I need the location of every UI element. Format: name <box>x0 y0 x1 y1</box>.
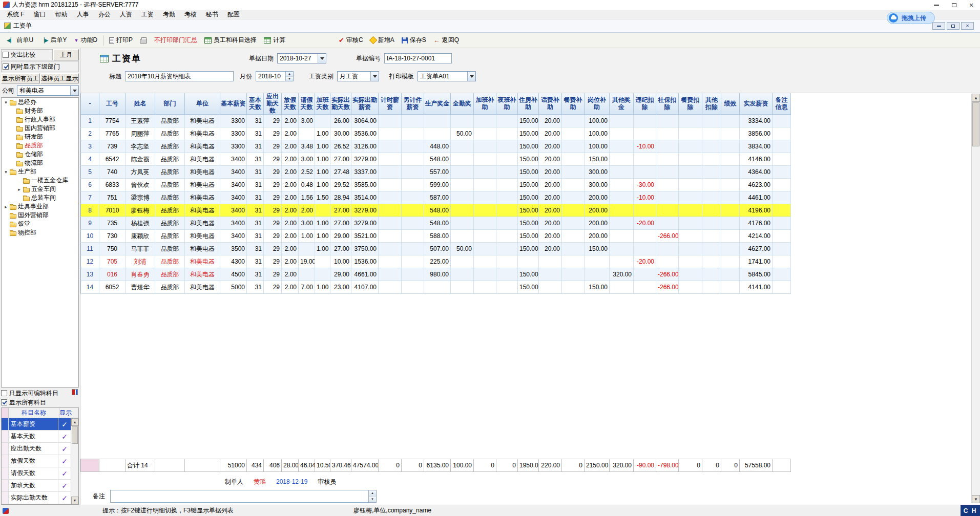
cell[interactable]: 品质部 <box>155 281 185 294</box>
cell[interactable] <box>379 255 402 268</box>
cell[interactable] <box>562 281 585 294</box>
cell[interactable]: 7765 <box>99 127 126 140</box>
cell[interactable]: 2.00 <box>282 230 299 243</box>
cell[interactable] <box>702 230 721 243</box>
show-sub-dept-row[interactable]: 同时显示下级部门 <box>3 62 77 71</box>
cell[interactable] <box>451 153 474 166</box>
cell[interactable]: 1.00 <box>299 230 315 243</box>
tree-item[interactable]: 物流部 <box>2 159 78 167</box>
cell[interactable] <box>562 255 585 268</box>
cell[interactable]: 150.00 <box>518 115 539 127</box>
cell[interactable] <box>721 115 740 127</box>
cell[interactable]: 150.00 <box>585 243 610 255</box>
mdi-minimize-button[interactable] <box>932 22 945 30</box>
show-all-subjects-row[interactable]: 显示所有科目 <box>1 398 79 407</box>
cell[interactable] <box>315 115 330 127</box>
cell[interactable]: 2.00 <box>282 166 299 179</box>
cell[interactable]: 31 <box>247 179 264 191</box>
scroll-thumb[interactable] <box>972 102 979 146</box>
cell[interactable]: 4623.00 <box>740 179 773 191</box>
cell[interactable]: 29.00 <box>330 268 351 281</box>
cell[interactable]: 3 <box>81 140 99 153</box>
column-header[interactable]: 话费补助 <box>539 93 562 115</box>
cell[interactable]: 和美电器 <box>185 281 220 294</box>
cell[interactable]: -10.00 <box>634 140 656 153</box>
cell[interactable]: 4364.00 <box>740 166 773 179</box>
cell[interactable]: 3400 <box>220 166 247 179</box>
cell[interactable]: 4141.00 <box>740 281 773 294</box>
cell[interactable]: 4661.00 <box>351 268 379 281</box>
cell[interactable]: 3.00 <box>299 153 315 166</box>
cell[interactable]: 3300 <box>220 115 247 127</box>
column-header[interactable]: 姓名 <box>126 93 155 115</box>
cell[interactable]: 739 <box>99 140 126 153</box>
cell[interactable]: 和美电器 <box>185 140 220 153</box>
cell[interactable] <box>702 243 721 255</box>
add-button[interactable]: 新增A <box>367 34 398 46</box>
cell[interactable]: 4107.00 <box>351 281 379 294</box>
cell[interactable] <box>474 268 496 281</box>
cell[interactable]: 2.00 <box>282 204 299 217</box>
cell[interactable]: 康颖欣 <box>126 230 155 243</box>
column-header[interactable]: 请假天数 <box>299 93 315 115</box>
doc-no-input[interactable]: IA-18-10-27-0001 <box>384 53 452 63</box>
payroll-row[interactable]: 27765周丽萍品质部和美电器330031292.001.0030.003536… <box>81 127 791 140</box>
cell[interactable] <box>610 191 634 204</box>
cell[interactable] <box>634 243 656 255</box>
cell[interactable] <box>474 127 496 140</box>
cell[interactable] <box>702 153 721 166</box>
cell[interactable] <box>656 217 679 230</box>
cell[interactable] <box>773 179 791 191</box>
cell[interactable] <box>702 127 721 140</box>
cell[interactable]: 735 <box>99 217 126 230</box>
cell[interactable] <box>679 204 702 217</box>
cell[interactable]: 31 <box>247 153 264 166</box>
cell[interactable] <box>562 204 585 217</box>
cell[interactable]: 1.00 <box>315 217 330 230</box>
cell[interactable]: 587.00 <box>424 191 451 204</box>
cell[interactable] <box>402 281 424 294</box>
menu-item[interactable]: 考核 <box>180 10 201 19</box>
cell[interactable]: 100.00 <box>585 140 610 153</box>
cell[interactable]: 150.00 <box>585 153 610 166</box>
cell[interactable]: 751 <box>99 191 126 204</box>
show-sub-dept-checkbox[interactable] <box>3 63 9 70</box>
cell[interactable] <box>379 230 402 243</box>
cell[interactable] <box>679 166 702 179</box>
cell[interactable] <box>474 217 496 230</box>
cell[interactable]: 980.00 <box>424 268 451 281</box>
cell[interactable]: 3126.00 <box>351 140 379 153</box>
cell[interactable]: 方凤英 <box>126 166 155 179</box>
cell[interactable] <box>656 127 679 140</box>
column-header[interactable]: 加班补助 <box>474 93 496 115</box>
cell[interactable]: 29 <box>264 166 282 179</box>
cell[interactable]: 29 <box>264 230 282 243</box>
menu-item[interactable]: 考勤 <box>158 10 180 19</box>
cell[interactable] <box>379 140 402 153</box>
cell[interactable] <box>679 191 702 204</box>
cell[interactable] <box>424 127 451 140</box>
payroll-row[interactable]: 12705刘浦品质部和美电器430031292.0019.0010.001536… <box>81 255 791 268</box>
cell[interactable] <box>315 204 330 217</box>
cell[interactable] <box>474 255 496 268</box>
cell[interactable]: 20.00 <box>539 153 562 166</box>
cell[interactable] <box>402 140 424 153</box>
cell[interactable]: 马菲菲 <box>126 243 155 255</box>
back-button[interactable]: ←返回Q <box>430 34 463 46</box>
cell[interactable] <box>299 268 315 281</box>
cell[interactable] <box>451 217 474 230</box>
subject-row[interactable]: 加班天数✓ <box>2 480 71 492</box>
cell[interactable]: 225.00 <box>424 255 451 268</box>
cell[interactable]: 3400 <box>220 191 247 204</box>
cell[interactable] <box>562 268 585 281</box>
cell[interactable]: 548.00 <box>424 217 451 230</box>
cell[interactable] <box>773 243 791 255</box>
cell[interactable] <box>773 281 791 294</box>
cell[interactable]: 30.00 <box>330 127 351 140</box>
cell[interactable]: 4 <box>81 153 99 166</box>
tree-item[interactable]: 行政人事部 <box>2 115 78 124</box>
cell[interactable] <box>773 153 791 166</box>
cell[interactable]: 100.00 <box>585 115 610 127</box>
cell[interactable]: 4196.00 <box>740 204 773 217</box>
cell[interactable] <box>424 281 451 294</box>
